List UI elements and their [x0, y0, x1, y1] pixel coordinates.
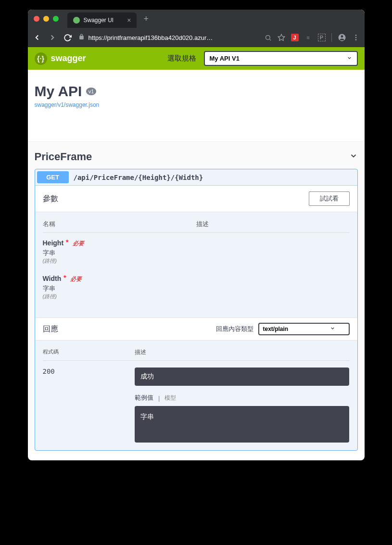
parameter-row: Width * 必要 字串 (路徑) [43, 274, 350, 300]
content-type-label: 回應內容類型 [216, 325, 253, 333]
example-value-box: 字串 [135, 406, 350, 443]
tab-title: Swagger UI [84, 17, 114, 24]
spec-select[interactable]: My API V1 [204, 51, 358, 66]
close-tab-button[interactable]: × [127, 16, 131, 24]
toolbar-separator [331, 33, 332, 42]
svg-point-3 [355, 35, 356, 36]
address-bar[interactable]: https://printframerapif136bba420d020.azu… [78, 34, 258, 41]
response-code: 200 [43, 368, 135, 443]
try-it-out-button[interactable]: 試試看 [309, 191, 350, 206]
extension-icon-3[interactable]: P [318, 34, 326, 41]
window-controls [34, 16, 59, 22]
swagger-brand: swagger [51, 53, 86, 63]
bookmark-star-icon[interactable] [278, 34, 285, 41]
back-button[interactable] [33, 33, 41, 42]
extension-icon-2[interactable]: ≡ [304, 34, 312, 41]
example-tabs: 範例值 | 模型 [135, 393, 350, 402]
zoom-icon[interactable] [265, 34, 272, 41]
responses-body: 程式碼 描述 200 成功 範例值 | 模型 [35, 341, 357, 450]
maximize-window-button[interactable] [53, 16, 59, 22]
required-label: 必要 [70, 276, 82, 282]
lock-icon [78, 34, 85, 41]
operation-path: /api/PriceFrame/{Height}/{Width} [74, 174, 203, 181]
param-type: 字串 [43, 249, 350, 257]
col-code-header: 程式碼 [43, 348, 135, 356]
content-type-select[interactable]: text/plain [258, 323, 350, 335]
menu-icon[interactable] [352, 34, 360, 41]
parameters-header: 參數 試試看 [35, 186, 357, 212]
response-content: 成功 範例值 | 模型 字串 [135, 368, 350, 443]
tab-separator: | [158, 394, 160, 402]
api-header: My API v1 swagger/v1/swagger.json [28, 70, 365, 116]
param-in: (路徑) [43, 293, 350, 300]
tag-section: PriceFrame GET /api/PriceFrame/{Height}/… [28, 142, 365, 451]
tag-header[interactable]: PriceFrame [35, 151, 358, 166]
param-table-head: 名稱 描述 [43, 220, 350, 233]
operation-body: 參數 試試看 名稱 描述 Height * 必要 字串 [35, 185, 357, 450]
operation-summary[interactable]: GET /api/PriceFrame/{Height}/{Width} [35, 169, 357, 185]
chevron-down-icon [330, 326, 335, 332]
spec-selected-value: My API V1 [210, 55, 240, 62]
svg-point-5 [355, 39, 356, 40]
required-star-icon: * [63, 274, 66, 282]
http-method-badge: GET [37, 171, 69, 183]
toolbar-right: J ≡ P [265, 33, 360, 42]
responses-right: 回應內容類型 text/plain [216, 323, 350, 335]
browser-tab[interactable]: Swagger UI × [67, 13, 137, 28]
parameter-row: Height * 必要 字串 (路徑) [43, 239, 350, 265]
required-star-icon: * [66, 239, 69, 247]
responses-header: 回應 回應內容類型 text/plain [35, 317, 357, 341]
reload-button[interactable] [63, 34, 72, 42]
response-description: 成功 [135, 368, 350, 386]
param-name: Height [43, 239, 64, 247]
profile-icon[interactable] [338, 33, 346, 42]
operation-block: GET /api/PriceFrame/{Height}/{Width} 參數 … [35, 169, 358, 451]
svg-point-4 [355, 37, 356, 38]
swagger-favicon-icon [73, 17, 80, 24]
section-gap [28, 116, 365, 142]
api-version-badge: v1 [86, 88, 97, 95]
parameters-table: 名稱 描述 Height * 必要 字串 (路徑) Width [35, 212, 357, 317]
spec-select-label: 選取規格 [167, 54, 196, 63]
swagger-topbar: {·} swagger 選取規格 My API V1 [28, 47, 365, 70]
tag-name: PriceFrame [35, 151, 92, 163]
browser-window: Swagger UI × + https://printframerapif13… [28, 10, 365, 460]
param-in: (路徑) [43, 257, 350, 265]
tab-example-value[interactable]: 範例值 [135, 393, 153, 402]
chevron-down-icon [349, 152, 358, 162]
api-title: My API [35, 83, 82, 100]
responses-table-head: 程式碼 描述 [43, 348, 350, 361]
responses-title: 回應 [43, 324, 58, 334]
col-desc-header: 描述 [135, 348, 350, 356]
minimize-window-button[interactable] [43, 16, 49, 22]
api-json-link[interactable]: swagger/v1/swagger.json [35, 101, 358, 108]
content-type-value: text/plain [263, 326, 289, 332]
param-type: 字串 [43, 284, 350, 293]
browser-toolbar: https://printframerapif136bba420d020.azu… [28, 28, 365, 47]
param-name: Width [43, 275, 62, 282]
forward-button[interactable] [48, 33, 57, 42]
tab-model[interactable]: 模型 [164, 394, 176, 402]
page-body: My API v1 swagger/v1/swagger.json PriceF… [28, 70, 365, 451]
svg-point-2 [341, 35, 343, 38]
response-row: 200 成功 範例值 | 模型 字串 [43, 368, 350, 443]
new-tab-button[interactable]: + [143, 14, 149, 24]
col-desc-header: 描述 [196, 220, 350, 228]
titlebar: Swagger UI × + [28, 10, 365, 28]
chevron-down-icon [347, 55, 352, 62]
col-name-header: 名稱 [43, 220, 196, 228]
extension-icon-1[interactable]: J [291, 34, 299, 41]
close-window-button[interactable] [34, 16, 39, 22]
parameters-title: 參數 [43, 194, 58, 204]
url-text: https://printframerapif136bba420d020.azu… [89, 34, 213, 41]
required-label: 必要 [73, 240, 84, 247]
swagger-logo-icon: {·} [35, 52, 47, 65]
svg-point-0 [266, 35, 270, 39]
